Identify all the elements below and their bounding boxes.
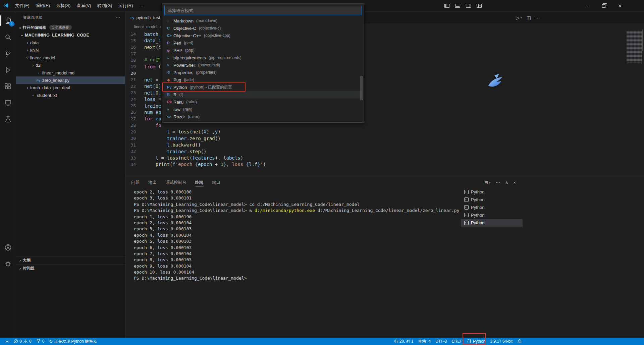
- python-discovery-status[interactable]: ↻ 正在发现 Python 解释器: [47, 338, 99, 345]
- encoding[interactable]: UTF-8: [433, 338, 449, 345]
- panel-tab[interactable]: 输出: [148, 177, 157, 188]
- minimize-button[interactable]: [580, 0, 596, 12]
- terminal-output[interactable]: epoch 2, loss 0.000100epoch 3, loss 0.00…: [134, 189, 460, 282]
- language-option[interactable]: ◆ Pug (jade): [164, 76, 362, 83]
- tree-item[interactable]: Py zero_linear.py: [16, 76, 125, 84]
- panel-more-actions-icon[interactable]: ⋯: [496, 180, 500, 185]
- tree-item[interactable]: › linear_model: [16, 54, 125, 61]
- menu-item[interactable]: 转到(G): [94, 3, 115, 9]
- assistant-bird-logo[interactable]: [486, 73, 504, 91]
- menu-item[interactable]: 运行(R): [115, 3, 136, 9]
- sidebar-header: 资源管理器 ⋯: [16, 12, 125, 23]
- run-python-file-button[interactable]: ▷∨: [516, 15, 522, 20]
- extensions-icon[interactable]: [0, 78, 16, 95]
- language-label: Razor: [173, 114, 185, 119]
- toggle-secondary-sidebar-icon[interactable]: [465, 3, 472, 9]
- source-control-icon[interactable]: [0, 45, 16, 62]
- python-file-icon: Py: [130, 16, 135, 19]
- testing-icon[interactable]: [0, 111, 16, 127]
- toggle-panel-icon[interactable]: [454, 3, 461, 9]
- tree-item[interactable]: › kNN: [16, 47, 125, 54]
- language-option[interactable]: C+ Objective-C++ (objective-cpp): [164, 32, 362, 39]
- language-option[interactable]: Rk Raku (raku): [164, 98, 362, 106]
- language-label: raw: [173, 107, 180, 112]
- language-option[interactable]: P Perl (perl): [164, 39, 362, 47]
- language-mode[interactable]: {} Python: [464, 338, 488, 345]
- terminal-list-item[interactable]: >_ Python: [461, 196, 523, 204]
- quickpick-input[interactable]: [164, 6, 362, 15]
- tree-item[interactable]: › MACHINING_LEARNING_CODE: [16, 32, 125, 39]
- menu-item[interactable]: 查看(V): [73, 3, 94, 9]
- explorer-icon[interactable]: 1: [0, 12, 16, 29]
- panel-tab[interactable]: 问题: [131, 177, 140, 188]
- panel-tab[interactable]: 终端: [195, 177, 204, 188]
- panel-layout-icon[interactable]: ⊞∨: [484, 180, 491, 185]
- language-option[interactable]: >_ PowerShell (powershell): [164, 61, 362, 69]
- language-option[interactable]: ≡ raw (raw): [164, 106, 362, 113]
- line-number: 23: [126, 90, 141, 95]
- tree-item[interactable]: ↓ linear_model.md: [16, 69, 125, 76]
- tree-item[interactable]: ≡ student.txt: [16, 92, 125, 99]
- split-editor-icon[interactable]: ◫: [527, 15, 531, 20]
- folder-chevron-icon: ›: [20, 33, 25, 38]
- language-icon: >_: [167, 63, 173, 67]
- terminal-label: Python: [471, 213, 484, 218]
- account-icon[interactable]: [0, 239, 16, 255]
- panel-tab[interactable]: 调试控制台: [165, 177, 186, 188]
- settings-gear-icon[interactable]: [0, 255, 16, 272]
- language-option[interactable]: Py Python (python) - 已配置的语言: [164, 83, 362, 91]
- status-bar: >< 0 0 0 ↻ 正在发现 Python 解释器 行 20, 列 1 空格:…: [0, 338, 644, 345]
- notifications-bell[interactable]: [515, 338, 524, 345]
- language-option[interactable]: R R (r): [164, 91, 362, 98]
- terminal-list-item[interactable]: >_ Python: [461, 211, 523, 219]
- menu-item[interactable]: 选择(S): [53, 3, 73, 9]
- line-number: 26: [126, 110, 141, 115]
- quickpick-scrollbar[interactable]: [360, 76, 363, 100]
- panel-actions: ⊞∨ ⋯ ∧ ×: [484, 177, 516, 188]
- code-text: data_i: [141, 38, 161, 43]
- close-button[interactable]: ×: [612, 0, 628, 12]
- remote-explorer-icon[interactable]: [0, 95, 16, 111]
- customize-layout-icon[interactable]: [476, 3, 482, 9]
- explorer-more-actions-icon[interactable]: ⋯: [115, 15, 120, 21]
- remote-indicator[interactable]: ><: [3, 338, 11, 345]
- language-option[interactable]: φ PHP (php): [164, 47, 362, 54]
- menu-item[interactable]: 编辑(E): [33, 3, 53, 9]
- panel-tab[interactable]: 端口: [212, 177, 221, 188]
- terminal-list-item[interactable]: >_ Python: [461, 188, 523, 196]
- cursor-position[interactable]: 行 20, 列 1: [392, 338, 416, 345]
- tree-item-label: zero_linear.py: [42, 78, 69, 83]
- tree-item[interactable]: › d2l: [16, 62, 125, 69]
- problems-indicator[interactable]: 0 0: [11, 338, 34, 345]
- eol-selector[interactable]: CRLF: [449, 338, 464, 345]
- terminal-list-item[interactable]: >_ Python: [461, 204, 523, 211]
- language-option[interactable]: ⚙ Properties (properties): [164, 69, 362, 76]
- close-panel-icon[interactable]: ×: [513, 180, 516, 185]
- tree-item[interactable]: › data: [16, 39, 125, 46]
- language-option[interactable]: ≡ pip requirements (pip-requirements): [164, 54, 362, 61]
- language-option[interactable]: C Objective-C (objective-c): [164, 24, 362, 32]
- terminal-list-item[interactable]: >_ Python: [461, 219, 523, 227]
- open-editors-section[interactable]: › 打开的编辑器 1 个未保存: [16, 23, 125, 32]
- run-debug-icon[interactable]: [0, 62, 16, 78]
- restore-button[interactable]: [596, 0, 612, 12]
- ports-indicator[interactable]: 0: [34, 338, 47, 345]
- maximize-panel-icon[interactable]: ∧: [505, 180, 508, 185]
- python-interpreter[interactable]: 3.9.17 64-bit: [488, 338, 515, 345]
- tree-item[interactable]: › torch_data_pre_deal: [16, 84, 125, 92]
- language-option[interactable]: <> Razor (razor): [164, 113, 362, 120]
- sidebar-section-header[interactable]: › 时间线: [16, 264, 125, 272]
- toggle-primary-sidebar-icon[interactable]: [443, 3, 450, 9]
- language-option[interactable]: ↓ Markdown (markdown): [164, 17, 362, 24]
- language-label: Perl: [173, 41, 181, 46]
- line-number: 15: [126, 38, 141, 43]
- search-icon[interactable]: [0, 29, 16, 45]
- sidebar-section-header[interactable]: › 大纲: [16, 256, 125, 264]
- indentation[interactable]: 空格: 4: [416, 338, 433, 345]
- line-number: 14: [126, 32, 141, 37]
- menu-item[interactable]: 文件(F): [12, 3, 33, 9]
- code-text: # nn是: [141, 57, 160, 63]
- editor-more-actions-icon[interactable]: ⋯: [535, 15, 540, 20]
- menu-item[interactable]: ⋯: [136, 3, 146, 8]
- breadcrumb-item[interactable]: linear_model: [134, 24, 157, 29]
